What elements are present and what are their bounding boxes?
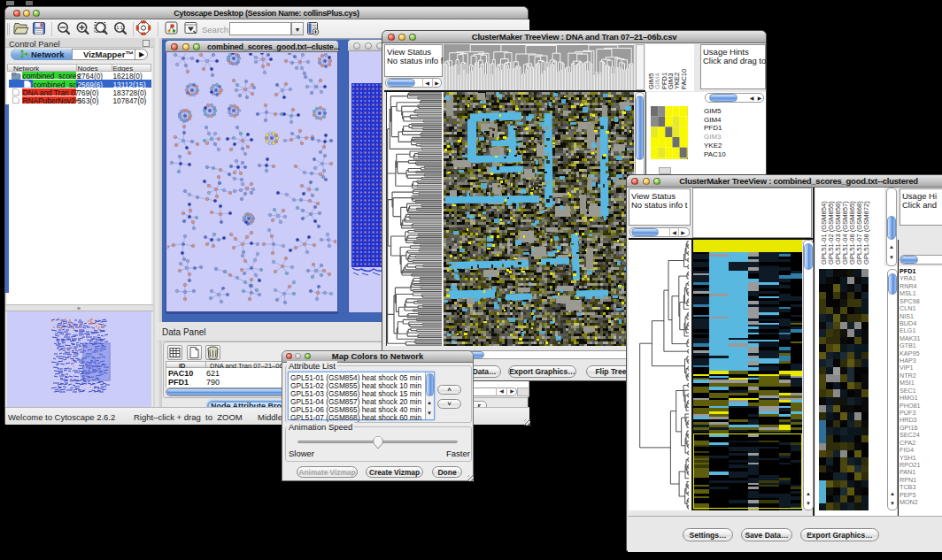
svg-text:1:1: 1:1 (116, 25, 123, 30)
